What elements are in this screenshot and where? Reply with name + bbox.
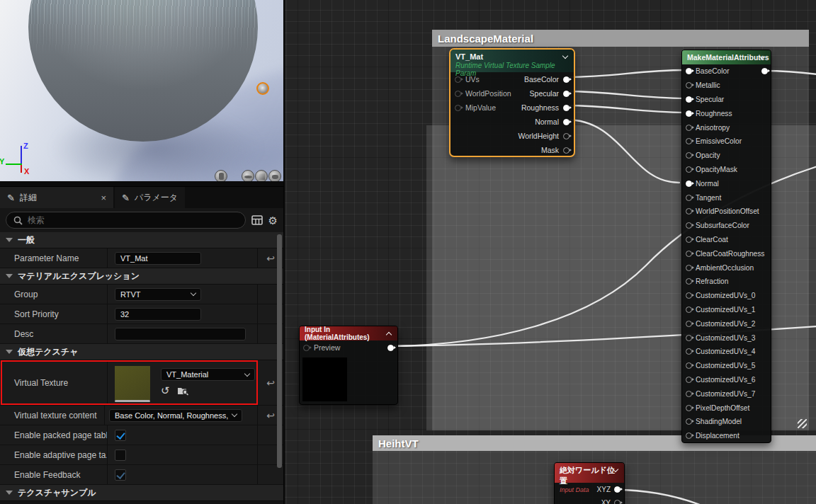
output-pin[interactable] [614,500,620,504]
input-pin[interactable] [686,110,692,117]
search-input[interactable]: 検索 [6,212,246,229]
node-input-in[interactable]: Input In (MaterialAttributes) Preview [299,326,398,405]
pin-label: CustomizedUVs_7 [696,390,755,398]
input-pin[interactable] [686,292,692,299]
comment-title-bar[interactable]: LandscapeMaterial [432,30,809,47]
vt-content-dropdown[interactable]: Base Color, Normal, Roughness, [109,409,242,422]
property-label: Sort Priority [0,304,108,323]
property-label: Virtual Texture [0,360,108,405]
gear-icon[interactable]: ⚙ [268,215,278,226]
node-header[interactable]: VT_Mat Runtime Virtual Texture Sample Pa… [450,50,574,72]
input-pin[interactable] [686,335,692,341]
virtual-texture-thumbnail[interactable] [115,366,150,400]
enable-feedback-checkbox[interactable] [115,469,126,481]
input-pin[interactable] [686,222,692,229]
input-pin[interactable] [686,68,692,74]
tab-details[interactable]: ✎ 詳細 × [0,187,113,208]
row-enable-packed: Enable packed page table [0,425,283,445]
node-title: 絶対ワールド位置 [560,465,619,486]
node-pin-row: CustomizedUVs_4 [682,345,771,359]
browse-to-asset-icon[interactable] [177,386,189,396]
input-pin[interactable] [686,405,692,411]
node-vt-mat[interactable]: VT_Mat Runtime Virtual Texture Sample Pa… [449,48,575,157]
section-general[interactable]: 一般 [0,232,283,248]
input-pin[interactable] [686,321,692,327]
input-pin[interactable] [686,265,692,271]
input-pin[interactable] [303,345,310,351]
output-pin[interactable] [563,91,570,97]
enable-packed-checkbox[interactable] [115,430,126,441]
details-scrollbar[interactable] [277,234,282,468]
input-pin[interactable] [686,433,692,439]
input-pin[interactable] [686,208,692,214]
chevron-down-icon [191,290,196,296]
row-enable-feedback: Enable Feedback [0,465,283,485]
output-pin[interactable] [563,105,570,111]
section-texture-sample[interactable]: テクスチャサンプル [0,485,283,501]
input-pin[interactable] [455,76,461,83]
node-header[interactable]: MakeMaterialAttributes [682,50,771,64]
input-pin[interactable] [686,152,692,159]
enable-adaptive-checkbox[interactable] [115,449,126,461]
input-pin[interactable] [455,91,461,97]
pin-label: Roughness [521,103,559,112]
node-header[interactable]: 絶対ワールド位置 Input Data [555,463,624,483]
node-make-material-attributes[interactable]: MakeMaterialAttributes BaseColor Metalli… [681,50,771,443]
desc-input[interactable] [115,328,246,340]
input-pin[interactable] [686,251,692,257]
input-pin[interactable] [686,82,692,88]
node-pin-row: SubsurfaceColor [682,219,771,233]
pin-label: BaseColor [696,67,730,75]
output-pin[interactable] [387,345,394,351]
output-pin[interactable] [563,76,570,83]
input-pin[interactable] [686,362,692,369]
property-label: Virtual texture content [0,406,105,425]
node-pin-row: Normal [450,115,574,129]
node-header[interactable]: Input In (MaterialAttributes) [300,326,397,340]
output-pin[interactable] [563,119,570,125]
output-pin[interactable] [563,147,570,154]
virtual-texture-asset-dropdown[interactable]: VT_Material [161,368,255,381]
input-pin[interactable] [686,138,692,144]
output-pin[interactable] [614,486,620,493]
input-pin[interactable] [686,181,692,187]
input-pin[interactable] [455,105,461,111]
material-graph-canvas[interactable]: LandscapeMaterial HeihtVT VT_Mat Runtime… [283,0,816,504]
output-pin[interactable] [761,68,768,74]
input-pin[interactable] [686,307,692,313]
parameter-name-input[interactable]: VT_Mat [115,252,201,265]
pin-label: Normal [535,118,559,126]
pin-label: CustomizedUVs_3 [696,334,755,342]
tab-parameters[interactable]: ✎ パラメータ [115,187,185,208]
input-pin[interactable] [686,418,692,425]
pin-label: OpacityMask [696,166,737,173]
comment-resize-grip[interactable] [798,419,807,428]
input-pin[interactable] [686,236,692,243]
node-absolute-world-position[interactable]: 絶対ワールド位置 Input Data XYZ XY [554,462,625,504]
material-preview-viewport[interactable]: Z Y X [0,0,283,183]
input-pin[interactable] [686,195,692,201]
pin-label: Roughness [696,110,732,118]
preview-shape-button[interactable] [256,82,269,95]
input-pin[interactable] [686,166,692,173]
input-pin[interactable] [686,348,692,355]
pin-label: CustomizedUVs_5 [696,362,755,370]
display-filter-icon[interactable] [251,215,263,225]
node-pin-row: CustomizedUVs_5 [682,359,771,373]
input-pin[interactable] [686,391,692,397]
close-tab-icon[interactable]: × [101,193,106,203]
section-material-expression[interactable]: マテリアルエクスプレッション [0,268,283,285]
input-pin[interactable] [686,278,692,285]
input-pin[interactable] [686,377,692,383]
pin-label: CustomizedUVs_2 [696,320,755,328]
input-pin[interactable] [686,96,692,103]
axis-x-label: X [24,167,29,176]
node-pin-row: MipValue Roughness [450,101,574,115]
input-pin[interactable] [686,125,692,131]
group-dropdown[interactable]: RTVT [115,288,201,301]
use-selected-asset-icon[interactable]: ↺ [161,384,170,397]
output-pin[interactable] [563,133,570,139]
sort-priority-input[interactable]: 32 [115,308,201,321]
node-pin-row: Roughness [682,106,771,120]
section-virtual-texture[interactable]: 仮想テクスチャ [0,344,283,360]
